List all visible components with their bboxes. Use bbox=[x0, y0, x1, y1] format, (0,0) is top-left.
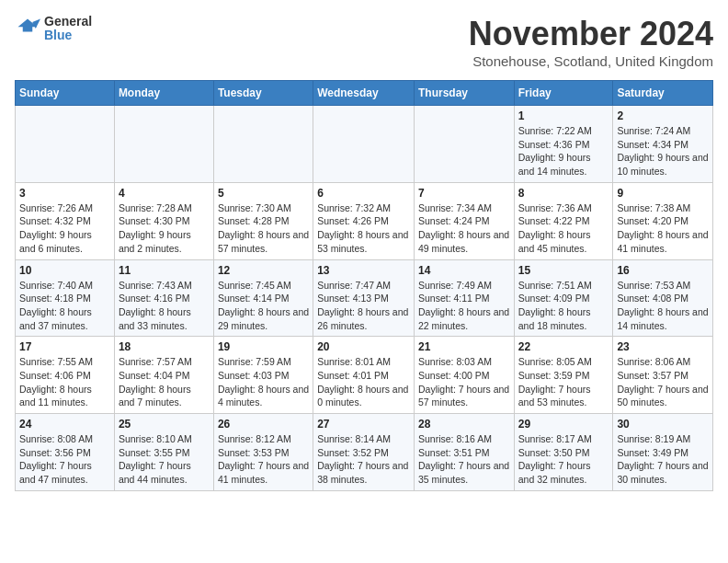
weekday-header: Sunday bbox=[16, 81, 115, 106]
calendar-cell: 4Sunrise: 7:28 AM Sunset: 4:30 PM Daylig… bbox=[114, 182, 213, 259]
day-info: Sunrise: 7:34 AM Sunset: 4:24 PM Dayligh… bbox=[418, 201, 510, 256]
day-number: 1 bbox=[518, 109, 609, 122]
calendar-cell: 17Sunrise: 7:55 AM Sunset: 4:06 PM Dayli… bbox=[16, 337, 115, 414]
day-info: Sunrise: 8:05 AM Sunset: 3:59 PM Dayligh… bbox=[518, 355, 609, 409]
day-info: Sunrise: 7:45 AM Sunset: 4:14 PM Dayligh… bbox=[218, 279, 309, 333]
day-number: 2 bbox=[617, 109, 709, 122]
calendar-cell: 13Sunrise: 7:47 AM Sunset: 4:13 PM Dayli… bbox=[313, 259, 415, 337]
weekday-header: Monday bbox=[114, 81, 213, 106]
day-info: Sunrise: 7:49 AM Sunset: 4:11 PM Dayligh… bbox=[418, 279, 510, 333]
calendar-cell: 6Sunrise: 7:32 AM Sunset: 4:26 PM Daylig… bbox=[313, 182, 415, 259]
calendar-cell bbox=[414, 106, 514, 183]
calendar-cell: 15Sunrise: 7:51 AM Sunset: 4:09 PM Dayli… bbox=[514, 259, 613, 337]
calendar-cell: 26Sunrise: 8:12 AM Sunset: 3:53 PM Dayli… bbox=[213, 414, 313, 491]
calendar-cell: 5Sunrise: 7:30 AM Sunset: 4:28 PM Daylig… bbox=[213, 182, 313, 259]
day-info: Sunrise: 7:40 AM Sunset: 4:18 PM Dayligh… bbox=[19, 279, 110, 333]
logo: General Blue bbox=[15, 15, 92, 43]
day-number: 6 bbox=[317, 187, 410, 200]
day-info: Sunrise: 8:03 AM Sunset: 4:00 PM Dayligh… bbox=[418, 355, 510, 409]
day-number: 25 bbox=[119, 418, 210, 431]
day-info: Sunrise: 8:16 AM Sunset: 3:51 PM Dayligh… bbox=[418, 432, 510, 487]
day-info: Sunrise: 8:12 AM Sunset: 3:53 PM Dayligh… bbox=[218, 432, 309, 487]
day-info: Sunrise: 7:55 AM Sunset: 4:06 PM Dayligh… bbox=[19, 355, 110, 409]
calendar-cell: 24Sunrise: 8:08 AM Sunset: 3:56 PM Dayli… bbox=[16, 414, 115, 491]
calendar-week-row: 24Sunrise: 8:08 AM Sunset: 3:56 PM Dayli… bbox=[16, 414, 713, 491]
day-info: Sunrise: 7:22 AM Sunset: 4:36 PM Dayligh… bbox=[518, 124, 609, 178]
day-info: Sunrise: 7:36 AM Sunset: 4:22 PM Dayligh… bbox=[518, 201, 609, 256]
calendar-cell: 21Sunrise: 8:03 AM Sunset: 4:00 PM Dayli… bbox=[414, 337, 514, 414]
day-info: Sunrise: 7:59 AM Sunset: 4:03 PM Dayligh… bbox=[218, 355, 309, 409]
day-info: Sunrise: 8:06 AM Sunset: 3:57 PM Dayligh… bbox=[617, 355, 709, 409]
weekday-header: Tuesday bbox=[213, 81, 313, 106]
calendar-week-row: 10Sunrise: 7:40 AM Sunset: 4:18 PM Dayli… bbox=[16, 259, 713, 337]
day-info: Sunrise: 7:43 AM Sunset: 4:16 PM Dayligh… bbox=[119, 279, 210, 333]
logo-text: General Blue bbox=[44, 15, 92, 43]
day-info: Sunrise: 8:10 AM Sunset: 3:55 PM Dayligh… bbox=[119, 432, 210, 487]
calendar-table: SundayMondayTuesdayWednesdayThursdayFrid… bbox=[15, 80, 713, 491]
weekday-header: Friday bbox=[514, 81, 613, 106]
day-number: 7 bbox=[418, 187, 510, 200]
svg-marker-1 bbox=[32, 19, 40, 29]
calendar-cell bbox=[313, 106, 415, 183]
logo-icon bbox=[15, 16, 40, 41]
calendar-cell bbox=[16, 106, 115, 183]
day-number: 27 bbox=[317, 418, 410, 431]
calendar-cell: 18Sunrise: 7:57 AM Sunset: 4:04 PM Dayli… bbox=[114, 337, 213, 414]
day-number: 19 bbox=[218, 340, 309, 353]
calendar-cell: 9Sunrise: 7:38 AM Sunset: 4:20 PM Daylig… bbox=[613, 182, 713, 259]
day-number: 14 bbox=[418, 264, 510, 277]
day-info: Sunrise: 8:14 AM Sunset: 3:52 PM Dayligh… bbox=[317, 432, 410, 487]
location-subtitle: Stonehouse, Scotland, United Kingdom bbox=[469, 53, 713, 69]
day-info: Sunrise: 8:01 AM Sunset: 4:01 PM Dayligh… bbox=[317, 355, 410, 409]
day-number: 18 bbox=[119, 340, 210, 353]
day-number: 3 bbox=[19, 187, 110, 200]
day-info: Sunrise: 7:51 AM Sunset: 4:09 PM Dayligh… bbox=[518, 279, 609, 333]
calendar-cell: 14Sunrise: 7:49 AM Sunset: 4:11 PM Dayli… bbox=[414, 259, 514, 337]
day-number: 24 bbox=[19, 418, 110, 431]
calendar-cell: 3Sunrise: 7:26 AM Sunset: 4:32 PM Daylig… bbox=[16, 182, 115, 259]
calendar-cell: 11Sunrise: 7:43 AM Sunset: 4:16 PM Dayli… bbox=[114, 259, 213, 337]
calendar-cell: 12Sunrise: 7:45 AM Sunset: 4:14 PM Dayli… bbox=[213, 259, 313, 337]
day-info: Sunrise: 7:24 AM Sunset: 4:34 PM Dayligh… bbox=[617, 124, 709, 178]
day-number: 5 bbox=[218, 187, 309, 200]
page-header: General Blue November 2024 Stonehouse, S… bbox=[15, 15, 713, 69]
day-number: 30 bbox=[617, 418, 709, 431]
day-number: 23 bbox=[617, 340, 709, 353]
day-number: 4 bbox=[119, 187, 210, 200]
day-info: Sunrise: 7:47 AM Sunset: 4:13 PM Dayligh… bbox=[317, 279, 410, 333]
day-info: Sunrise: 7:32 AM Sunset: 4:26 PM Dayligh… bbox=[317, 201, 410, 256]
calendar-week-row: 1Sunrise: 7:22 AM Sunset: 4:36 PM Daylig… bbox=[16, 106, 713, 183]
calendar-cell: 10Sunrise: 7:40 AM Sunset: 4:18 PM Dayli… bbox=[16, 259, 115, 337]
day-number: 11 bbox=[119, 264, 210, 277]
calendar-cell: 22Sunrise: 8:05 AM Sunset: 3:59 PM Dayli… bbox=[514, 337, 613, 414]
calendar-cell: 29Sunrise: 8:17 AM Sunset: 3:50 PM Dayli… bbox=[514, 414, 613, 491]
day-number: 29 bbox=[518, 418, 609, 431]
calendar-cell: 1Sunrise: 7:22 AM Sunset: 4:36 PM Daylig… bbox=[514, 106, 613, 183]
calendar-cell: 23Sunrise: 8:06 AM Sunset: 3:57 PM Dayli… bbox=[613, 337, 713, 414]
day-info: Sunrise: 7:38 AM Sunset: 4:20 PM Dayligh… bbox=[617, 201, 709, 256]
day-number: 12 bbox=[218, 264, 309, 277]
day-info: Sunrise: 8:17 AM Sunset: 3:50 PM Dayligh… bbox=[518, 432, 609, 487]
day-number: 20 bbox=[317, 340, 410, 353]
calendar-cell: 19Sunrise: 7:59 AM Sunset: 4:03 PM Dayli… bbox=[213, 337, 313, 414]
day-info: Sunrise: 7:30 AM Sunset: 4:28 PM Dayligh… bbox=[218, 201, 309, 256]
day-number: 8 bbox=[518, 187, 609, 200]
day-number: 13 bbox=[317, 264, 410, 277]
calendar-cell: 8Sunrise: 7:36 AM Sunset: 4:22 PM Daylig… bbox=[514, 182, 613, 259]
calendar-cell: 16Sunrise: 7:53 AM Sunset: 4:08 PM Dayli… bbox=[613, 259, 713, 337]
day-number: 28 bbox=[418, 418, 510, 431]
calendar-cell bbox=[114, 106, 213, 183]
calendar-cell: 27Sunrise: 8:14 AM Sunset: 3:52 PM Dayli… bbox=[313, 414, 415, 491]
day-number: 15 bbox=[518, 264, 609, 277]
day-info: Sunrise: 7:53 AM Sunset: 4:08 PM Dayligh… bbox=[617, 279, 709, 333]
day-info: Sunrise: 8:08 AM Sunset: 3:56 PM Dayligh… bbox=[19, 432, 110, 487]
day-info: Sunrise: 8:19 AM Sunset: 3:49 PM Dayligh… bbox=[617, 432, 709, 487]
day-number: 16 bbox=[617, 264, 709, 277]
day-number: 17 bbox=[19, 340, 110, 353]
calendar-week-row: 3Sunrise: 7:26 AM Sunset: 4:32 PM Daylig… bbox=[16, 182, 713, 259]
month-title: November 2024 bbox=[469, 15, 713, 53]
day-number: 21 bbox=[418, 340, 510, 353]
weekday-header: Saturday bbox=[613, 81, 713, 106]
day-info: Sunrise: 7:57 AM Sunset: 4:04 PM Dayligh… bbox=[119, 355, 210, 409]
calendar-cell: 20Sunrise: 8:01 AM Sunset: 4:01 PM Dayli… bbox=[313, 337, 415, 414]
